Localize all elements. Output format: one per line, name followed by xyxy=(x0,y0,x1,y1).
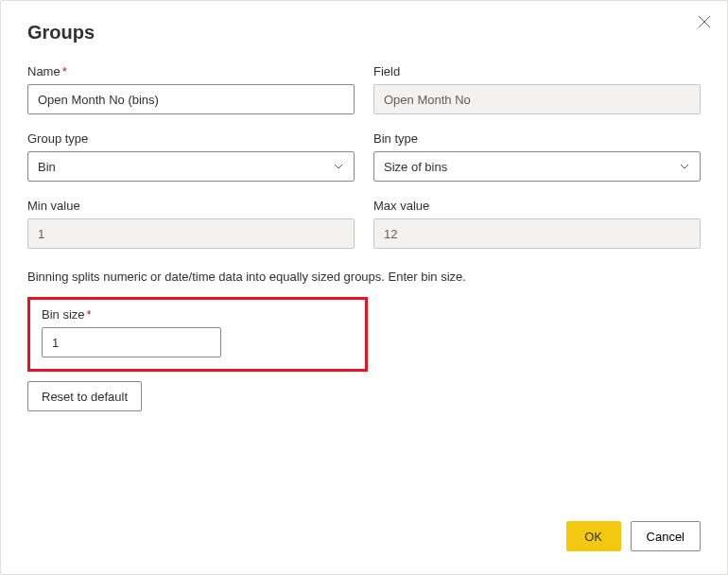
field-readonly: Open Month No xyxy=(373,84,701,114)
close-button[interactable] xyxy=(695,12,714,31)
min-value-text: 1 xyxy=(38,227,44,241)
field-value: Open Month No xyxy=(384,93,471,107)
name-field-group: Name* xyxy=(27,64,355,114)
bin-size-input[interactable] xyxy=(42,327,221,357)
form-grid: Name* Field Open Month No Group type Bin… xyxy=(27,64,701,249)
bin-type-group: Bin type Size of bins xyxy=(373,131,701,182)
group-type-select[interactable]: Bin xyxy=(27,151,355,182)
name-input[interactable] xyxy=(27,84,355,114)
group-type-value: Bin xyxy=(38,160,56,174)
bin-type-value: Size of bins xyxy=(384,160,447,174)
name-label: Name* xyxy=(27,64,355,78)
binning-info-text: Binning splits numeric or date/time data… xyxy=(27,270,701,284)
name-label-text: Name xyxy=(27,64,61,78)
max-value-label: Max value xyxy=(373,199,701,213)
field-label: Field xyxy=(373,64,701,78)
reset-to-default-button[interactable]: Reset to default xyxy=(27,381,142,411)
group-type-label: Group type xyxy=(27,131,355,146)
bin-size-label-text: Bin size xyxy=(42,307,85,322)
chevron-down-icon xyxy=(333,161,344,172)
group-type-group: Group type Bin xyxy=(27,131,355,182)
ok-button[interactable]: OK xyxy=(566,521,621,551)
bin-size-label: Bin size* xyxy=(42,307,354,322)
required-indicator: * xyxy=(62,64,67,78)
min-value-readonly: 1 xyxy=(27,218,355,249)
dialog-title: Groups xyxy=(27,22,701,44)
cancel-button[interactable]: Cancel xyxy=(631,521,701,551)
field-field-group: Field Open Month No xyxy=(373,64,701,114)
max-value-text: 12 xyxy=(384,227,397,241)
chevron-down-icon xyxy=(679,161,690,172)
max-value-readonly: 12 xyxy=(373,218,701,249)
bin-type-select[interactable]: Size of bins xyxy=(373,151,701,182)
bin-type-label: Bin type xyxy=(373,131,701,146)
groups-dialog: Groups Name* Field Open Month No Group t… xyxy=(0,0,728,575)
bin-size-highlight-box: Bin size* xyxy=(27,297,368,372)
max-value-group: Max value 12 xyxy=(373,199,701,249)
min-value-group: Min value 1 xyxy=(27,199,355,249)
min-value-label: Min value xyxy=(27,199,355,213)
dialog-footer: OK Cancel xyxy=(566,521,701,551)
close-icon xyxy=(698,15,711,28)
required-indicator: * xyxy=(87,307,92,322)
